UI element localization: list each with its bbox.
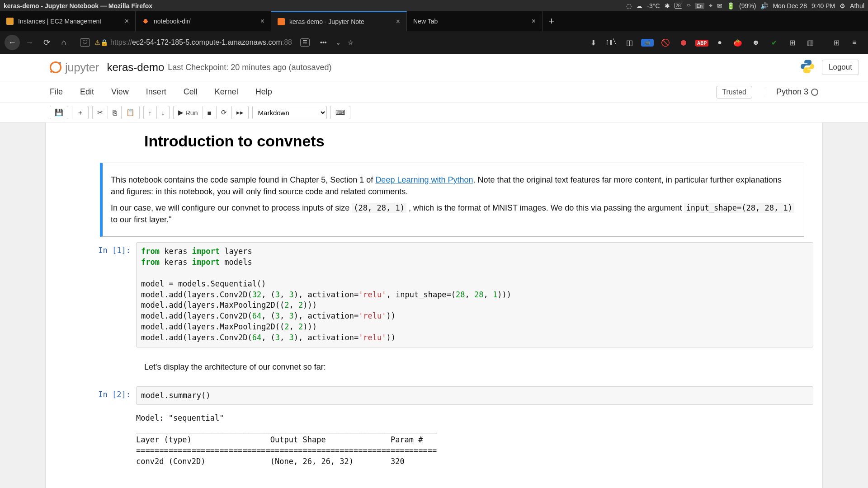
- close-icon[interactable]: ×: [396, 18, 400, 26]
- kernel-indicator-icon[interactable]: [811, 89, 818, 96]
- settings-icon[interactable]: ⚙: [840, 2, 845, 9]
- user-label[interactable]: Athul: [850, 2, 864, 9]
- checkpoint-label: Last Checkpoint: 20 minutes ago (autosav…: [168, 63, 331, 72]
- brightness-icon[interactable]: ◌: [626, 2, 632, 9]
- ext-icon-1[interactable]: ●: [713, 38, 726, 47]
- move-down-button[interactable]: ↓: [156, 106, 170, 119]
- reader-icon[interactable]: ☰: [300, 38, 310, 47]
- language-indicator[interactable]: En: [695, 3, 704, 9]
- abp-icon[interactable]: ABP: [695, 38, 708, 47]
- calendar-icon[interactable]: 28: [675, 3, 682, 9]
- celltype-select[interactable]: Markdown: [252, 106, 327, 119]
- favicon-icon: [6, 18, 14, 25]
- url-bar[interactable]: 🛡 ⚠🔒 https://ec2-54-172-185-5.compute-1.…: [78, 38, 356, 47]
- dropbox-icon[interactable]: ✱: [665, 2, 670, 9]
- forward-button[interactable]: →: [22, 35, 37, 50]
- pocket-icon[interactable]: ⌄: [335, 39, 341, 46]
- new-tab-button[interactable]: +: [542, 11, 561, 31]
- close-icon[interactable]: ×: [125, 17, 129, 25]
- browser-tabbar: Instances | EC2 Management × notebook-di…: [0, 11, 868, 31]
- ublock-icon[interactable]: ⬢: [677, 38, 690, 47]
- markdown-cell-display[interactable]: Let's display the architecture of our co…: [46, 353, 822, 381]
- link-deep-learning[interactable]: Deep Learning with Python: [375, 175, 473, 184]
- restart-run-button[interactable]: ▸▸: [231, 106, 249, 119]
- menu-cell[interactable]: Cell: [184, 87, 198, 97]
- cut-button[interactable]: ✂: [92, 106, 108, 119]
- browser-toolbar: ← → ⟳ ⌂ 🛡 ⚠🔒 https://ec2-54-172-185-5.co…: [0, 31, 868, 54]
- shield-icon[interactable]: 🛡: [80, 38, 90, 47]
- move-up-button[interactable]: ↑: [143, 106, 156, 119]
- markdown-cell-intro[interactable]: This notebook contains the code sample f…: [46, 163, 822, 237]
- notebook-container: Introduction to convnets This notebook c…: [45, 122, 823, 488]
- close-icon[interactable]: ×: [532, 17, 536, 25]
- copy-button[interactable]: ⎘: [108, 106, 121, 119]
- check-icon[interactable]: ✔: [768, 38, 780, 47]
- command-palette-button[interactable]: ⌨: [330, 106, 350, 119]
- code-text: from keras import layers from keras impo…: [141, 246, 808, 343]
- heading: Introduction to convnets: [144, 132, 805, 150]
- sidebar-icon[interactable]: ◫: [623, 38, 636, 47]
- output-text: Model: "sequential" ____________________…: [136, 413, 813, 467]
- noscript-icon[interactable]: 🚫: [659, 38, 672, 47]
- jupyter-menubar: File Edit View Insert Cell Kernel Help T…: [0, 81, 868, 103]
- download-icon[interactable]: ⬇: [587, 38, 599, 47]
- battery-icon[interactable]: 🔋: [727, 2, 735, 9]
- tab-new[interactable]: New Tab ×: [407, 11, 542, 31]
- notebook-area: Introduction to convnets This notebook c…: [0, 122, 868, 488]
- markdown-cell-title[interactable]: Introduction to convnets: [46, 129, 822, 160]
- zoom-icon[interactable]: 📹: [641, 39, 654, 47]
- puzzle-icon[interactable]: ⊞: [830, 38, 843, 47]
- lock-warning-icon[interactable]: ⚠🔒: [94, 39, 108, 46]
- tab-keras-demo[interactable]: keras-demo - Jupyter Note ×: [271, 11, 407, 31]
- tab-notebook-dir[interactable]: notebook-dir/ ×: [136, 11, 271, 31]
- trusted-badge[interactable]: Trusted: [716, 86, 752, 99]
- book-icon[interactable]: ▥: [804, 38, 816, 47]
- menu-edit[interactable]: Edit: [80, 87, 94, 97]
- more-icon[interactable]: •••: [320, 39, 327, 46]
- menu-view[interactable]: View: [111, 87, 129, 97]
- paste-button[interactable]: 📋: [121, 106, 140, 119]
- tab-ec2[interactable]: Instances | EC2 Management ×: [0, 11, 136, 31]
- hamburger-icon[interactable]: ≡: [848, 38, 861, 47]
- bookmark-icon[interactable]: ☆: [348, 39, 354, 46]
- notebook-name[interactable]: keras-demo: [107, 61, 165, 74]
- grid-icon[interactable]: ⊞: [786, 38, 798, 47]
- back-button[interactable]: ←: [5, 35, 20, 50]
- code-cell-2[interactable]: In [2]: model.summary(): [46, 384, 822, 408]
- menu-insert[interactable]: Insert: [146, 87, 166, 97]
- ext-icon-2[interactable]: ☻: [750, 38, 762, 47]
- code-cell-1[interactable]: In [1]: from keras import layers from ke…: [46, 239, 822, 350]
- volume-icon[interactable]: 🔊: [760, 2, 768, 9]
- mail-icon[interactable]: ✉: [717, 2, 722, 9]
- tomato-icon[interactable]: 🍅: [731, 38, 744, 47]
- library-icon[interactable]: ⫿⫿⧹: [605, 38, 618, 47]
- menu-file[interactable]: File: [50, 87, 63, 97]
- code-input[interactable]: model.summary(): [136, 386, 813, 405]
- close-icon[interactable]: ×: [260, 17, 264, 25]
- bluetooth-icon[interactable]: ⌖: [709, 2, 712, 9]
- wifi-icon[interactable]: ⌔: [687, 2, 690, 9]
- menu-kernel[interactable]: Kernel: [215, 87, 238, 97]
- add-cell-button[interactable]: ＋: [72, 106, 89, 119]
- tab-label: Instances | EC2 Management: [18, 18, 120, 25]
- battery-percent: (99%): [739, 2, 756, 9]
- url-text: https://ec2-54-172-185-5.compute-1.amazo…: [110, 38, 292, 47]
- weather-icon[interactable]: ☁: [636, 2, 642, 9]
- inline-code: (28, 28, 1): [352, 203, 406, 213]
- menu-help[interactable]: Help: [255, 87, 272, 97]
- reload-button[interactable]: ⟳: [39, 35, 54, 50]
- weather-temp: -3°C: [647, 2, 660, 9]
- restart-button[interactable]: ⟳: [216, 106, 231, 119]
- logout-button[interactable]: Logout: [822, 60, 859, 75]
- run-button[interactable]: ▶ Run: [173, 106, 203, 119]
- jupyter-logo[interactable]: jupyter: [50, 61, 99, 75]
- code-input[interactable]: from keras import layers from keras impo…: [136, 242, 813, 347]
- home-button[interactable]: ⌂: [56, 35, 71, 50]
- save-button[interactable]: 💾: [50, 106, 68, 119]
- jupyter-header: jupyter keras-demo Last Checkpoint: 20 m…: [0, 54, 868, 81]
- inline-code: input_shape=(28, 28, 1): [684, 203, 794, 213]
- kernel-name[interactable]: Python 3: [766, 87, 808, 97]
- stop-button[interactable]: ■: [203, 106, 216, 119]
- date-label[interactable]: Mon Dec 28: [773, 2, 807, 9]
- time-label[interactable]: 9:40 PM: [811, 2, 835, 9]
